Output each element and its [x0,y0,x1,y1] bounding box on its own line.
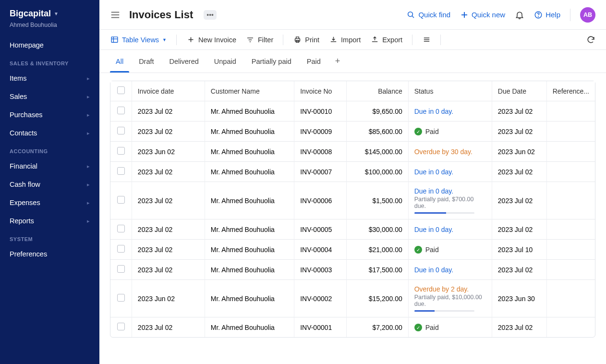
cell-invoice-no: INV-00007 [294,162,346,182]
notifications-icon[interactable] [515,10,524,20]
status-subtext: Partially paid, $10,000.00 due. [414,294,486,307]
avatar[interactable]: AB [580,7,595,23]
import-button[interactable]: Import [329,36,361,44]
row-checkbox[interactable] [117,107,125,114]
row-checkbox[interactable] [117,245,125,253]
filter-button[interactable]: Filter [246,36,273,44]
cell-reference [546,182,595,219]
col-status[interactable]: Status [408,81,492,101]
cell-due-date: 2023 Jul 02 [492,317,546,337]
table-row[interactable]: 2023 Jul 02Mr. Ahmed BouhuoliaINV-00009$… [110,121,595,142]
cell-customer: Mr. Ahmed Bouhuolia [205,240,294,260]
cell-due-date: 2023 Jul 10 [492,240,546,260]
cell-customer: Mr. Ahmed Bouhuolia [205,162,294,182]
cell-status: Due in 0 day.Partially paid, $700.00 due… [408,182,492,219]
status-text: Overdue by 2 day. [414,285,486,293]
cell-due-date: 2023 Jul 02 [492,121,546,142]
row-checkbox[interactable] [117,294,125,302]
cell-due-date: 2023 Jul 02 [492,260,546,280]
quick-new-button[interactable]: Quick new [460,11,505,19]
check-icon: ✓ [414,246,422,254]
col-customer-name[interactable]: Customer Name [205,81,294,101]
row-checkbox[interactable] [117,167,125,175]
table-row[interactable]: 2023 Jul 02Mr. Ahmed BouhuoliaINV-00001$… [110,317,595,337]
cell-balance: $30,000.00 [346,219,408,240]
brand-name[interactable]: Bigcapital ▼ [10,9,59,19]
progress-bar [414,212,474,214]
cell-reference [546,240,595,260]
progress-bar [414,310,474,312]
cell-date: 2023 Jun 02 [132,280,205,317]
nav-item[interactable]: Contacts▸ [0,124,99,142]
print-button[interactable]: Print [293,36,319,44]
cell-customer: Mr. Ahmed Bouhuolia [205,219,294,240]
cell-balance: $7,200.00 [346,317,408,337]
nav-item[interactable]: Purchases▸ [0,106,99,124]
status-text: Due in 0 day. [414,226,486,233]
nav-homepage[interactable]: Homepage [0,36,99,54]
row-checkbox[interactable] [117,196,125,204]
hamburger-icon[interactable] [110,10,121,20]
table-row[interactable]: 2023 Jul 02Mr. Ahmed BouhuoliaINV-00004$… [110,240,595,260]
cell-balance: $9,650.00 [346,101,408,121]
new-invoice-button[interactable]: New Invoice [186,36,236,44]
table-row[interactable]: 2023 Jul 02Mr. Ahmed BouhuoliaINV-00010$… [110,101,595,121]
table-row[interactable]: 2023 Jul 02Mr. Ahmed BouhuoliaINV-00007$… [110,162,595,182]
cell-invoice-no: INV-00002 [294,280,346,317]
table-row[interactable]: 2023 Jul 02Mr. Ahmed BouhuoliaINV-00003$… [110,260,595,280]
check-icon: ✓ [414,324,422,331]
nav-item[interactable]: Reports▸ [0,212,99,230]
cell-invoice-no: INV-00008 [294,142,346,162]
nav-item[interactable]: Sales▸ [0,87,99,106]
more-actions-button[interactable]: ••• [204,10,217,20]
quick-find-button[interactable]: Quick find [407,11,450,19]
add-tab-button[interactable]: + [330,56,345,66]
nav-item[interactable]: Preferences [0,245,99,263]
chevron-right-icon: ▸ [87,75,90,82]
col-balance[interactable]: Balance [346,81,408,101]
nav-item[interactable]: Items▸ [0,69,99,87]
tab-paid[interactable]: Paid [301,51,327,72]
status-text: Due in 0 day. [414,266,486,274]
nav-section-header: SALES & INVENTORY [0,54,99,69]
cell-status: Overdue by 2 day.Partially paid, $10,000… [408,280,492,317]
cell-date: 2023 Jul 02 [132,240,205,260]
row-checkbox[interactable] [117,265,125,273]
check-icon: ✓ [414,128,422,135]
table-row[interactable]: 2023 Jul 02Mr. Ahmed BouhuoliaINV-00006$… [110,182,595,219]
cell-date: 2023 Jul 02 [132,121,205,142]
nav-item[interactable]: Financial▸ [0,157,99,175]
table-row[interactable]: 2023 Jun 02Mr. Ahmed BouhuoliaINV-00002$… [110,280,595,317]
col-reference[interactable]: Reference... [546,81,595,101]
more-menu-button[interactable] [422,36,431,44]
nav-item[interactable]: Expenses▸ [0,194,99,212]
invoices-table: Invoice date Customer Name Invoice No Ba… [110,81,595,338]
help-button[interactable]: Help [534,11,560,19]
row-checkbox[interactable] [117,225,125,232]
plus-icon [460,11,469,19]
table-row[interactable]: 2023 Jul 02Mr. Ahmed BouhuoliaINV-00005$… [110,219,595,240]
refresh-button[interactable] [586,35,595,44]
col-due-date[interactable]: Due Date [492,81,546,101]
tab-draft[interactable]: Draft [133,51,159,72]
tab-unpaid[interactable]: Unpaid [208,51,242,72]
divider [570,9,570,21]
tab-partially-paid[interactable]: Partially paid [246,51,297,72]
cell-invoice-no: INV-00010 [294,101,346,121]
row-checkbox[interactable] [117,127,125,134]
col-invoice-date[interactable]: Invoice date [132,81,205,101]
export-button[interactable]: Export [370,36,402,44]
chevron-right-icon: ▸ [87,94,90,100]
topbar: Invoices List ••• Quick find Quick new H… [99,0,606,30]
col-invoice-no[interactable]: Invoice No [294,81,346,101]
row-checkbox[interactable] [117,323,125,330]
cell-date: 2023 Jul 02 [132,219,205,240]
cell-invoice-no: INV-00001 [294,317,346,337]
tab-delivered[interactable]: Delivered [164,51,205,72]
nav-item[interactable]: Cash flow▸ [0,175,99,194]
table-views-button[interactable]: Table Views ▼ [110,36,167,44]
tab-all[interactable]: All [110,51,129,72]
select-all-checkbox[interactable] [117,86,125,94]
table-row[interactable]: 2023 Jun 02Mr. Ahmed BouhuoliaINV-00008$… [110,142,595,162]
row-checkbox[interactable] [117,147,125,155]
